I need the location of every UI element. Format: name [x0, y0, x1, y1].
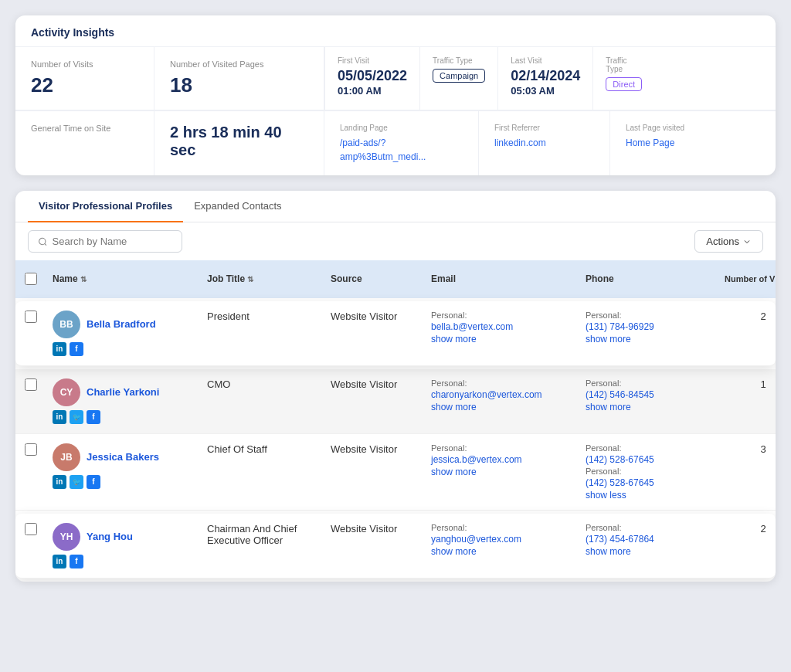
person-name-yang[interactable]: Yang Hou	[87, 531, 133, 542]
phone2-link-jessica[interactable]: (142) 528-67645	[586, 477, 725, 488]
linkedin-icon-charlie[interactable]: in	[53, 410, 66, 424]
row-wrapper-jessica: JBJessica Bakersin🐦fChief Of StaffWebsit…	[15, 434, 776, 511]
visits-value: 22	[31, 73, 138, 97]
visit-details-grid: First Visit 05/05/2022 01:00 AM Traffic …	[324, 47, 776, 110]
email-show-more-bella[interactable]: show more	[431, 334, 586, 344]
visits-jessica: 3	[725, 443, 776, 455]
select-all-checkbox[interactable]	[25, 273, 37, 285]
source-yang: Website Visitor	[331, 523, 431, 535]
phone-cell-bella: Personal: (131) 784-96929 show more	[586, 311, 725, 344]
phone-link-charlie[interactable]: (142) 546-84545	[586, 389, 725, 400]
twitter-icon-charlie[interactable]: 🐦	[70, 410, 83, 424]
email-cell-jessica: Personal: jessica.b@vertex.com show more	[431, 443, 586, 477]
row-checkbox-bella[interactable]	[25, 311, 37, 323]
avatar-jessica: JB	[53, 443, 80, 471]
job-title-bella: President	[207, 311, 331, 322]
name-cell-charlie: CYCharlie Yarkoniin🐦f	[53, 378, 207, 424]
avatar-charlie: CY	[53, 378, 80, 406]
row-checkbox-jessica[interactable]	[25, 443, 37, 456]
phone-show-more-yang[interactable]: show more	[586, 546, 725, 557]
last-traffic-label: Traffic Type	[606, 56, 642, 73]
first-referrer-label: First Referrer	[494, 124, 594, 132]
name-cell-jessica: JBJessica Bakersin🐦f	[53, 443, 207, 489]
email-show-more-yang[interactable]: show more	[431, 546, 586, 557]
phone-cell-charlie: Personal: (142) 546-84545 show more	[586, 378, 725, 412]
phone-show-more-charlie[interactable]: show more	[586, 402, 725, 412]
th-job-title[interactable]: Job Title ⇅	[207, 273, 331, 284]
search-icon	[38, 236, 48, 247]
activity-insights-card: Activity Insights Number of Visits 22 Nu…	[15, 15, 776, 175]
phone-show-more-jessica[interactable]: show less	[586, 490, 725, 501]
visits-charlie: 1	[725, 378, 776, 390]
search-box[interactable]	[28, 230, 182, 253]
svg-point-0	[39, 238, 46, 244]
phone-link-jessica[interactable]: (142) 528-67645	[586, 454, 725, 465]
tab-expanded-contacts[interactable]: Expanded Contacts	[183, 191, 292, 222]
table-row: JBJessica Bakersin🐦fChief Of StaffWebsit…	[15, 434, 776, 511]
email-show-more-charlie[interactable]: show more	[431, 402, 586, 412]
linkedin-icon-bella[interactable]: in	[53, 342, 66, 356]
campaign-badge: Campaign	[433, 69, 485, 83]
search-input[interactable]	[53, 236, 172, 247]
person-name-jessica[interactable]: Jessica Bakers	[87, 451, 159, 463]
phone-link-bella[interactable]: (131) 784-96929	[586, 321, 725, 332]
person-name-bella[interactable]: Bella Bradford	[87, 318, 156, 330]
email-link-charlie[interactable]: charonyarkon@vertex.com	[431, 389, 586, 400]
phone-show-more-bella[interactable]: show more	[586, 334, 725, 344]
row-wrapper-charlie: CYCharlie Yarkoniin🐦fCMOWebsite Visitor …	[15, 369, 776, 434]
linkedin-icon-jessica[interactable]: in	[53, 475, 66, 489]
linkedin-icon-yang[interactable]: in	[53, 555, 66, 568]
email-link-bella[interactable]: bella.b@vertex.com	[431, 321, 586, 332]
sort-job-icon: ⇅	[247, 275, 253, 283]
first-visit-cell: First Visit 05/05/2022 01:00 AM	[325, 47, 420, 110]
facebook-icon-jessica[interactable]: f	[87, 475, 100, 489]
email-link-jessica[interactable]: jessica.b@vertex.com	[431, 454, 586, 465]
job-title-jessica: Chief Of Staff	[207, 443, 331, 455]
activity-insights-title: Activity Insights	[15, 15, 776, 47]
job-title-charlie: CMO	[207, 378, 331, 390]
row-wrapper-yang: YHYang HouinfChairman And Chief Executiv…	[15, 514, 776, 579]
stats-grid: Number of Visits 22 Number of Visited Pa…	[15, 47, 776, 110]
time-on-site-cell: General Time on Site	[15, 111, 154, 175]
facebook-icon-charlie[interactable]: f	[87, 410, 100, 424]
person-name-charlie[interactable]: Charlie Yarkoni	[87, 386, 159, 398]
job-title-yang: Chairman And Chief Executive Officer	[207, 523, 331, 546]
last-visit-cell: Last Visit 02/14/2024 05:03 AM	[498, 47, 593, 110]
last-visit-date: 02/14/2024	[511, 68, 580, 85]
name-cell-yang: YHYang Houinf	[53, 523, 207, 568]
time-value: 2 hrs 18 min 40 sec	[170, 124, 308, 159]
first-visit-label: First Visit	[338, 56, 407, 65]
facebook-icon-yang[interactable]: f	[70, 555, 83, 568]
table-row: BBBella BradfordinfPresidentWebsite Visi…	[15, 301, 776, 366]
th-phone: Phone	[586, 273, 725, 284]
table-row: CYCharlie Yarkoniin🐦fCMOWebsite Visitor …	[15, 369, 776, 434]
landing-page-link[interactable]: /paid-ads/?amp%3Butm_medi...	[340, 137, 426, 162]
profiles-card: Visitor Professional Profiles Expanded C…	[15, 191, 776, 582]
direct-badge: Direct	[606, 77, 642, 91]
last-traffic-cell: Traffic Type Direct	[593, 47, 654, 110]
twitter-icon-jessica[interactable]: 🐦	[70, 475, 83, 489]
first-referrer-cell: First Referrer linkedin.com	[479, 111, 610, 175]
table-body: BBBella BradfordinfPresidentWebsite Visi…	[15, 301, 776, 579]
tab-visitor-profiles[interactable]: Visitor Professional Profiles	[28, 191, 183, 222]
visits-stat: Number of Visits 22	[15, 47, 154, 110]
email-show-more-jessica[interactable]: show more	[431, 467, 586, 477]
email-cell-bella: Personal: bella.b@vertex.com show more	[431, 311, 586, 344]
email-cell-yang: Personal: yanghou@vertex.com show more	[431, 523, 586, 557]
row-checkbox-yang[interactable]	[25, 523, 37, 535]
email-link-yang[interactable]: yanghou@vertex.com	[431, 534, 586, 545]
landing-page-label: Landing Page	[340, 124, 463, 132]
bottom-stats-row: General Time on Site 2 hrs 18 min 40 sec…	[15, 110, 776, 175]
th-name[interactable]: Name ⇅	[53, 273, 207, 284]
th-email: Email	[431, 273, 586, 284]
last-page-link[interactable]: Home Page	[626, 137, 674, 148]
row-checkbox-charlie[interactable]	[25, 378, 37, 391]
first-referrer-link[interactable]: linkedin.com	[494, 137, 546, 148]
last-page-cell: Last Page visited Home Page	[610, 111, 765, 175]
th-visits[interactable]: Number of Visits ⇅	[725, 273, 776, 284]
th-checkbox	[25, 273, 53, 285]
actions-button[interactable]: Actions	[694, 230, 763, 253]
phone-link-yang[interactable]: (173) 454-67864	[586, 534, 725, 545]
visits-bella: 2	[725, 311, 776, 322]
facebook-icon-bella[interactable]: f	[70, 342, 83, 356]
